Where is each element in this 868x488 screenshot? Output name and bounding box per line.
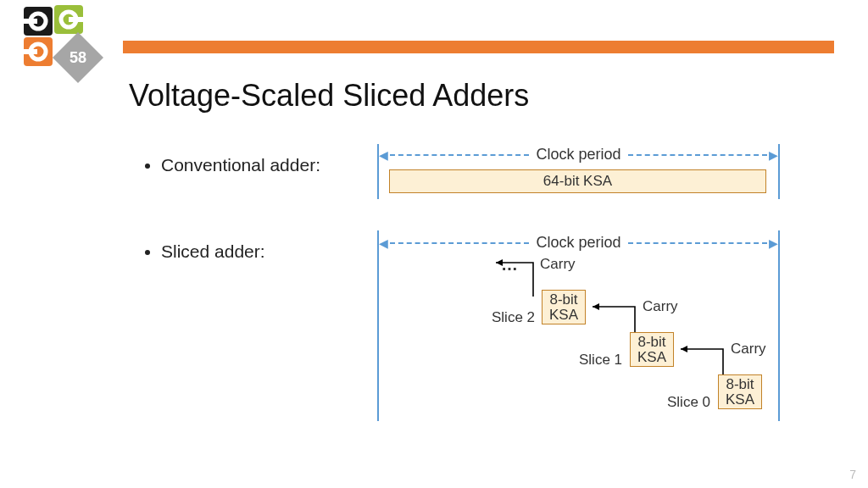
slice-2-label: Slice 2 xyxy=(492,309,535,326)
clock-period-span-bottom: ◀ Clock period ▶ xyxy=(379,234,778,252)
ksa-small-line2: KSA xyxy=(726,392,754,408)
ellipsis-label: … xyxy=(501,255,520,274)
arrow-left-icon: ◀ xyxy=(379,149,388,161)
conference-logo: 58 xyxy=(19,5,103,90)
dash-line xyxy=(628,154,767,156)
timing-diagram: ◀ Clock period ▶ 64-bit KSA ◀ Clock peri… xyxy=(377,144,780,432)
carry-label: Carry xyxy=(643,298,678,315)
bound-line xyxy=(778,144,780,199)
clock-period-label: Clock period xyxy=(536,234,620,252)
svg-rect-5 xyxy=(22,19,37,24)
ksa-slice-0-block: 8-bit KSA xyxy=(718,374,762,409)
svg-marker-12 xyxy=(593,303,599,310)
arrow-left-icon: ◀ xyxy=(379,237,388,249)
ksa-big-label: 64-bit KSA xyxy=(543,174,612,189)
svg-rect-2 xyxy=(69,17,83,22)
ksa-small-line2: KSA xyxy=(637,350,666,365)
slice-0-label: Slice 0 xyxy=(667,394,710,411)
dash-line xyxy=(628,242,767,244)
ksa-slice-1-block: 8-bit KSA xyxy=(630,332,674,367)
svg-marker-13 xyxy=(681,346,687,352)
slice-1-label: Slice 1 xyxy=(579,352,622,369)
dash-line xyxy=(390,154,529,156)
arrow-right-icon: ▶ xyxy=(769,149,778,161)
dash-line xyxy=(390,242,529,244)
ksa-small-line2: KSA xyxy=(549,308,578,323)
ksa-small-line1: 8-bit xyxy=(726,377,754,392)
arrow-right-icon: ▶ xyxy=(769,237,778,249)
ksa-small-line1: 8-bit xyxy=(549,292,577,308)
ksa-small-line1: 8-bit xyxy=(637,335,665,350)
ksa-64bit-block: 64-bit KSA xyxy=(389,169,766,193)
clock-period-label: Clock period xyxy=(536,146,620,164)
carry-label: Carry xyxy=(540,256,576,273)
clock-period-span-top: ◀ Clock period ▶ xyxy=(379,146,778,164)
bullet-conventional: Conventional adder: xyxy=(161,155,375,175)
page-number: 7 xyxy=(849,468,856,481)
svg-rect-8 xyxy=(22,49,37,54)
slide-title: Voltage-Scaled Sliced Adders xyxy=(129,78,529,114)
bound-line xyxy=(377,230,379,421)
bullet-list: Conventional adder: Sliced adder: xyxy=(146,155,375,328)
ksa-slice-2-block: 8-bit KSA xyxy=(542,290,586,324)
header-divider xyxy=(123,41,834,53)
bound-line xyxy=(778,230,780,421)
svg-text:58: 58 xyxy=(70,49,86,66)
carry-label: Carry xyxy=(731,341,766,358)
bullet-sliced: Sliced adder: xyxy=(161,241,375,262)
